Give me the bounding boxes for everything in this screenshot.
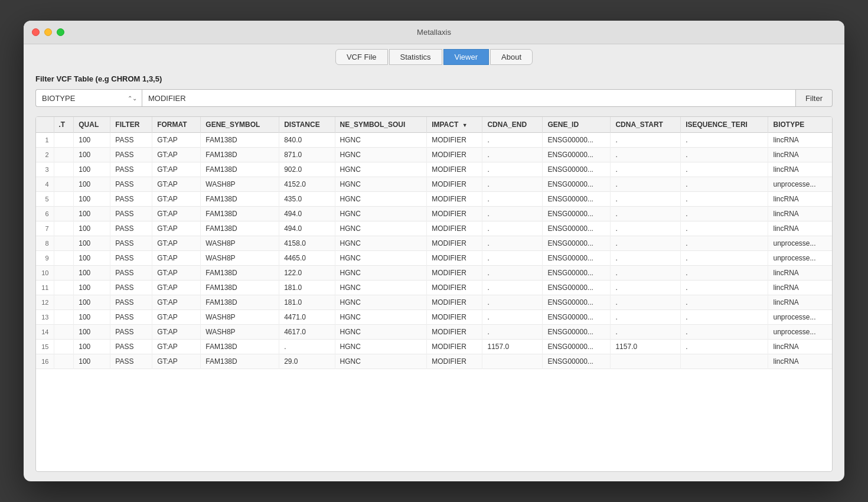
- table-cell: FAM138D: [201, 281, 279, 295]
- table-cell: ENSG00000...: [543, 162, 611, 177]
- col-header-cdna-start[interactable]: CDNA_START: [611, 117, 681, 133]
- table-row[interactable]: 6100PASSGT:APFAM138D494.0HGNCMODIFIER.EN…: [36, 207, 832, 221]
- table-row[interactable]: 15100PASSGT:APFAM138D.HGNCMODIFIER1157.0…: [36, 340, 832, 354]
- table-cell: 4471.0: [279, 310, 335, 325]
- table-cell: MODIFIER: [427, 295, 482, 310]
- table-cell: lincRNA: [768, 192, 832, 207]
- table-cell: 13: [36, 310, 54, 325]
- table-row[interactable]: 2100PASSGT:APFAM138D871.0HGNCMODIFIER.EN…: [36, 148, 832, 162]
- table-cell: 1157.0: [482, 340, 543, 354]
- table-cell: [54, 236, 74, 251]
- table-cell: GT:AP: [152, 192, 201, 207]
- table-row[interactable]: 4100PASSGT:APWASH8P4152.0HGNCMODIFIER.EN…: [36, 177, 832, 192]
- col-header-alt[interactable]: .T: [54, 117, 74, 133]
- table-cell: GT:AP: [152, 148, 201, 162]
- minimize-button[interactable]: [44, 28, 52, 36]
- col-header-gene-id[interactable]: GENE_ID: [543, 117, 611, 133]
- table-row[interactable]: 14100PASSGT:APWASH8P4617.0HGNCMODIFIER.E…: [36, 325, 832, 340]
- table-cell: 100: [74, 295, 110, 310]
- col-header-sequence-term[interactable]: ISEQUENCE_TERI: [681, 117, 768, 133]
- table-cell: 4152.0: [279, 177, 335, 192]
- table-cell: GT:AP: [152, 281, 201, 295]
- table-cell: HGNC: [335, 148, 427, 162]
- table-cell: GT:AP: [152, 266, 201, 281]
- table-cell: WASH8P: [201, 310, 279, 325]
- table-row[interactable]: 10100PASSGT:APFAM138D122.0HGNCMODIFIER.E…: [36, 266, 832, 281]
- table-cell: PASS: [110, 325, 152, 340]
- table-cell: .: [611, 281, 681, 295]
- table-row[interactable]: 11100PASSGT:APFAM138D181.0HGNCMODIFIER.E…: [36, 281, 832, 295]
- table-cell: PASS: [110, 192, 152, 207]
- table-cell: unprocesse...: [768, 236, 832, 251]
- data-table-container[interactable]: .T QUAL FILTER FORMAT GENE_SYMBOL DISTAN…: [35, 116, 833, 472]
- header-row: .T QUAL FILTER FORMAT GENE_SYMBOL DISTAN…: [36, 117, 832, 133]
- table-cell: .: [482, 192, 543, 207]
- table-row[interactable]: 7100PASSGT:APFAM138D494.0HGNCMODIFIER.EN…: [36, 221, 832, 236]
- table-row[interactable]: 9100PASSGT:APWASH8P4465.0HGNCMODIFIER.EN…: [36, 251, 832, 266]
- col-header-gene-symbol-source[interactable]: NE_SYMBOL_SOUI: [335, 117, 427, 133]
- table-row[interactable]: 16100PASSGT:APFAM138D29.0HGNCMODIFIERENS…: [36, 354, 832, 369]
- table-row[interactable]: 1100PASSGT:APFAM138D840.0HGNCMODIFIER.EN…: [36, 133, 832, 148]
- table-cell: 494.0: [279, 207, 335, 221]
- table-row[interactable]: 8100PASSGT:APWASH8P4158.0HGNCMODIFIER.EN…: [36, 236, 832, 251]
- table-row[interactable]: 12100PASSGT:APFAM138D181.0HGNCMODIFIER.E…: [36, 295, 832, 310]
- table-cell: 6: [36, 207, 54, 221]
- col-header-filter[interactable]: FILTER: [110, 117, 152, 133]
- col-header-distance[interactable]: DISTANCE: [279, 117, 335, 133]
- filter-button[interactable]: Filter: [796, 89, 833, 107]
- filter-input[interactable]: [142, 89, 796, 107]
- table-cell: FAM138D: [201, 221, 279, 236]
- table-cell: 100: [74, 221, 110, 236]
- col-header-gene-symbol[interactable]: GENE_SYMBOL: [201, 117, 279, 133]
- table-cell: .: [681, 236, 768, 251]
- table-cell: HGNC: [335, 221, 427, 236]
- table-cell: 7: [36, 221, 54, 236]
- table-cell: ENSG00000...: [543, 207, 611, 221]
- table-cell: [54, 310, 74, 325]
- table-cell: GT:AP: [152, 236, 201, 251]
- table-cell: 10: [36, 266, 54, 281]
- table-cell: ENSG00000...: [543, 266, 611, 281]
- table-cell: 100: [74, 340, 110, 354]
- filter-select[interactable]: BIOTYPE CHROM QUAL FILTER FORMAT GENE_SY…: [35, 89, 142, 107]
- table-cell: lincRNA: [768, 281, 832, 295]
- table-cell: MODIFIER: [427, 281, 482, 295]
- table-cell: .: [611, 236, 681, 251]
- table-cell: MODIFIER: [427, 325, 482, 340]
- table-cell: .: [611, 310, 681, 325]
- traffic-lights: [32, 28, 64, 36]
- table-cell: HGNC: [335, 340, 427, 354]
- tab-viewer[interactable]: Viewer: [443, 49, 490, 65]
- table-cell: PASS: [110, 310, 152, 325]
- table-cell: HGNC: [335, 133, 427, 148]
- table-cell: MODIFIER: [427, 207, 482, 221]
- table-cell: GT:AP: [152, 162, 201, 177]
- close-button[interactable]: [32, 28, 40, 36]
- maximize-button[interactable]: [57, 28, 64, 36]
- table-cell: GT:AP: [152, 310, 201, 325]
- table-row[interactable]: 13100PASSGT:APWASH8P4471.0HGNCMODIFIER.E…: [36, 310, 832, 325]
- table-cell: ENSG00000...: [543, 133, 611, 148]
- col-header-cdna-end[interactable]: CDNA_END: [482, 117, 543, 133]
- tab-about[interactable]: About: [490, 49, 533, 65]
- col-header-rownum[interactable]: [36, 117, 54, 133]
- table-cell: MODIFIER: [427, 251, 482, 266]
- tab-statistics[interactable]: Statistics: [389, 49, 442, 65]
- table-cell: 100: [74, 325, 110, 340]
- col-header-biotype[interactable]: BIOTYPE: [768, 117, 832, 133]
- table-cell: HGNC: [335, 281, 427, 295]
- table-row[interactable]: 3100PASSGT:APFAM138D902.0HGNCMODIFIER.EN…: [36, 162, 832, 177]
- tab-vcf-file[interactable]: VCF File: [335, 49, 388, 65]
- table-row[interactable]: 5100PASSGT:APFAM138D435.0HGNCMODIFIER.EN…: [36, 192, 832, 207]
- table-cell: PASS: [110, 162, 152, 177]
- col-header-format[interactable]: FORMAT: [152, 117, 201, 133]
- table-cell: .: [611, 148, 681, 162]
- table-cell: HGNC: [335, 251, 427, 266]
- table-cell: PASS: [110, 281, 152, 295]
- col-header-qual[interactable]: QUAL: [74, 117, 110, 133]
- table-cell: 100: [74, 281, 110, 295]
- table-cell: GT:AP: [152, 177, 201, 192]
- col-header-impact[interactable]: IMPACT ▼: [427, 117, 482, 133]
- table-cell: 12: [36, 295, 54, 310]
- table-cell: 29.0: [279, 354, 335, 369]
